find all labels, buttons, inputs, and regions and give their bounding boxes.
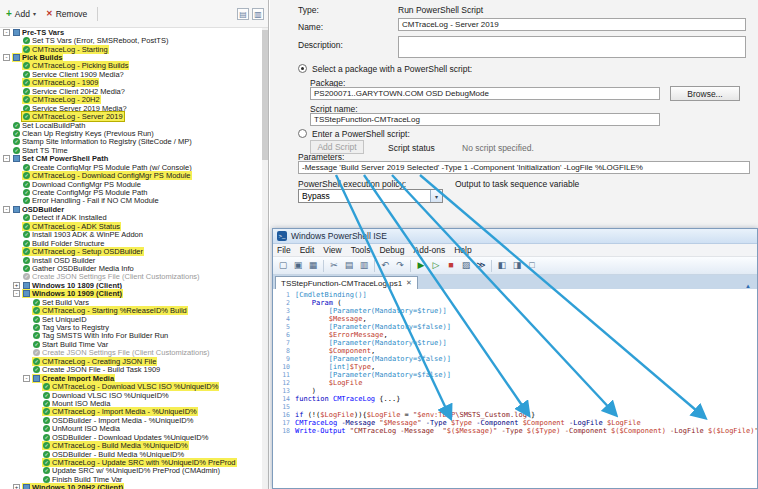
toolbar-separator bbox=[97, 7, 98, 21]
tree-step-item[interactable]: ✓Update SRC w/ %UniqueID% PreProd (CMAdm… bbox=[0, 467, 262, 475]
script-pane-top-icon[interactable]: ◧ bbox=[495, 259, 509, 273]
chevron-down-icon: ▾ bbox=[33, 10, 36, 17]
start-powershell-icon[interactable]: ≫ bbox=[474, 259, 488, 273]
group-folder-icon bbox=[23, 290, 30, 297]
code-line[interactable]: 7 [Parameter(Mandatory=$true)] bbox=[273, 339, 757, 347]
remove-icon: ✕ bbox=[46, 10, 53, 18]
script-pane-max-icon[interactable]: □ bbox=[525, 259, 539, 273]
remove-button[interactable]: ✕ Remove bbox=[46, 9, 87, 19]
task-sequence-tree: -Pre-TS Vars✓Set TS Vars (Error, SMSRebo… bbox=[0, 28, 262, 489]
menu-file[interactable]: File bbox=[277, 245, 291, 255]
script-file-tab[interactable]: TSStepFunction-CMTraceLog.ps1 ✕ bbox=[275, 276, 418, 289]
menu-view[interactable]: View bbox=[323, 245, 341, 255]
success-check-icon: ✓ bbox=[43, 417, 50, 424]
expander-icon[interactable]: + bbox=[13, 282, 20, 289]
redo-icon[interactable]: ↷ bbox=[393, 259, 407, 273]
tree-step-item[interactable]: ✓Download VLSC ISO %UniqueID% bbox=[0, 391, 262, 399]
line-number: 13 bbox=[273, 387, 295, 395]
expander-icon[interactable]: - bbox=[3, 54, 10, 61]
powershell-ise-window: >_ Windows PowerShell ISE FileEditViewTo… bbox=[272, 228, 758, 489]
new-remote-tab-icon[interactable]: ▨ bbox=[459, 259, 473, 273]
powershell-logo-icon: >_ bbox=[277, 231, 287, 241]
toolbar-separator bbox=[491, 260, 492, 272]
undo-icon[interactable]: ↶ bbox=[378, 259, 392, 273]
name-input[interactable]: CMTraceLog - Server 2019 bbox=[398, 18, 746, 31]
menu-addons[interactable]: Add-ons bbox=[414, 245, 446, 255]
expander-icon[interactable]: - bbox=[13, 290, 20, 297]
parameters-input[interactable]: -Message 'Build Server 2019 Selected' -T… bbox=[298, 161, 750, 174]
success-check-icon: ✓ bbox=[43, 400, 50, 407]
expander-icon[interactable]: - bbox=[23, 375, 30, 382]
expander-icon[interactable]: + bbox=[13, 484, 20, 489]
menu-help[interactable]: Help bbox=[454, 245, 471, 255]
expander-icon[interactable]: - bbox=[3, 206, 10, 213]
code-line[interactable]: 3 [Parameter(Mandatory=$true)] bbox=[273, 307, 757, 315]
ise-titlebar[interactable]: >_ Windows PowerShell ISE bbox=[273, 229, 757, 244]
code-line[interactable]: 11 [Parameter(Mandatory=$false)] bbox=[273, 371, 757, 379]
execution-policy-select[interactable]: Bypass ▾ bbox=[298, 189, 443, 203]
run-selection-icon[interactable]: ▷ bbox=[429, 259, 443, 273]
select-package-radio[interactable] bbox=[298, 64, 307, 73]
success-check-icon: ✓ bbox=[23, 105, 30, 112]
browse-button[interactable]: Browse... bbox=[670, 86, 740, 101]
tree-scrollbar[interactable] bbox=[262, 28, 268, 489]
script-name-input[interactable]: TSStepFunction-CMTraceLog bbox=[310, 113, 660, 126]
close-tab-icon[interactable]: ✕ bbox=[406, 279, 412, 287]
code-line[interactable]: 5 [Parameter(Mandatory=$false)] bbox=[273, 323, 757, 331]
enter-script-radio[interactable] bbox=[298, 129, 307, 138]
parameters-input-value: -Message 'Build Server 2019 Selected' -T… bbox=[302, 163, 643, 172]
description-input[interactable] bbox=[398, 36, 746, 58]
tree-group-item[interactable]: +Windows 10 20H2 (Client) bbox=[0, 484, 262, 489]
code-line[interactable]: 6 $ErrorMessage, bbox=[273, 331, 757, 339]
copy-icon[interactable]: ▤ bbox=[342, 259, 356, 273]
script-pane-right-icon[interactable]: ◨ bbox=[510, 259, 524, 273]
new-script-icon[interactable]: ▢ bbox=[276, 259, 290, 273]
tree-scrollbar-thumb[interactable] bbox=[262, 30, 268, 160]
package-input[interactable]: PS200071..GARYTOWN.COM OSD DebugMode bbox=[310, 87, 660, 100]
add-button[interactable]: + Add ▾ bbox=[6, 9, 36, 19]
code-line[interactable]: 4 $Message, bbox=[273, 315, 757, 323]
code-text: [Parameter(Mandatory=$false)] bbox=[295, 323, 451, 331]
code-text: [Parameter(Mandatory=$false)] bbox=[295, 355, 451, 363]
stop-icon[interactable]: ■ bbox=[444, 259, 458, 273]
success-check-icon: ✓ bbox=[43, 467, 50, 474]
view-columns-icon[interactable]: ▤ bbox=[237, 8, 249, 20]
line-number: 14 bbox=[273, 395, 295, 403]
code-line[interactable]: 15 bbox=[273, 403, 757, 411]
tree-step-item[interactable]: ✓OSDBuilder - Import Media - %UniqueID% bbox=[0, 416, 262, 424]
code-line[interactable]: 2 Param ( bbox=[273, 299, 757, 307]
code-line[interactable]: 18Write-Output "CMTraceLog -Message "$($… bbox=[273, 427, 757, 435]
line-number: 1 bbox=[273, 291, 295, 299]
success-check-icon: ✓ bbox=[23, 37, 30, 44]
menu-edit[interactable]: Edit bbox=[300, 245, 315, 255]
menu-debug[interactable]: Debug bbox=[379, 245, 404, 255]
run-script-icon[interactable]: ▶ bbox=[414, 259, 428, 273]
save-icon[interactable]: ▦ bbox=[306, 259, 320, 273]
code-text: Param ( bbox=[295, 299, 341, 307]
code-line[interactable]: 12 $LogFile bbox=[273, 379, 757, 387]
open-script-icon[interactable]: ▣ bbox=[291, 259, 305, 273]
code-line[interactable]: 13 ) bbox=[273, 387, 757, 395]
paste-icon[interactable]: ▥ bbox=[357, 259, 371, 273]
code-line[interactable]: 16if (!($LogFile)){$LogFile = "$env:TEMP… bbox=[273, 411, 757, 419]
success-check-icon: ✓ bbox=[43, 459, 50, 466]
success-check-icon: ✓ bbox=[43, 451, 50, 458]
success-check-icon: ✓ bbox=[23, 71, 30, 78]
success-check-icon: ✓ bbox=[23, 223, 30, 230]
line-number: 8 bbox=[273, 347, 295, 355]
code-line[interactable]: 8 $Component, bbox=[273, 347, 757, 355]
expander-icon[interactable]: - bbox=[3, 29, 10, 36]
code-line[interactable]: 14function CMTraceLog {...} bbox=[273, 395, 757, 403]
code-line[interactable]: 17CMTraceLog -Message "$Message" -Type $… bbox=[273, 419, 757, 427]
code-text: [int]$Type, bbox=[295, 363, 375, 371]
view-list-icon[interactable]: ▥ bbox=[252, 8, 264, 20]
code-line[interactable]: 1[CmdletBinding()] bbox=[273, 291, 757, 299]
cut-icon[interactable]: ✂ bbox=[327, 259, 341, 273]
expander-icon[interactable]: - bbox=[3, 155, 10, 162]
code-line[interactable]: 9 [Parameter(Mandatory=$false)] bbox=[273, 355, 757, 363]
code-line[interactable]: 10 [int]$Type, bbox=[273, 363, 757, 371]
line-number: 2 bbox=[273, 299, 295, 307]
script-editor[interactable]: 1[CmdletBinding()]2 Param (3 [Parameter(… bbox=[273, 289, 757, 488]
menu-tools[interactable]: Tools bbox=[351, 245, 371, 255]
enter-script-radio-label: Enter a PowerShell script: bbox=[312, 129, 410, 139]
